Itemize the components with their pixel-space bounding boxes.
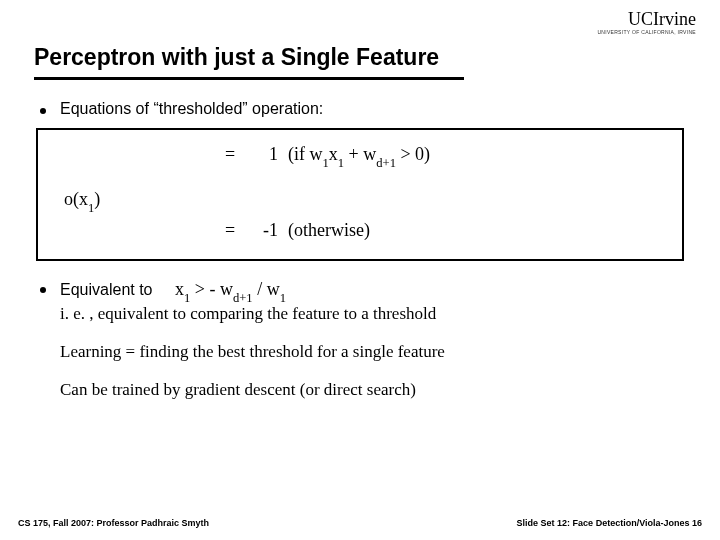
page-title: Perceptron with just a Single Feature bbox=[34, 44, 686, 71]
inequality: x1 > - wd+1 / w1 bbox=[175, 279, 286, 299]
equation-row-1: = 1 (if w1x1 + wd+1 > 0) bbox=[46, 144, 674, 165]
ineq-gt: > - bbox=[190, 279, 220, 299]
ineq-sub2: d+1 bbox=[233, 291, 253, 305]
cond1-sub3: d+1 bbox=[376, 156, 396, 170]
slide: UCIrvine UNIVERSITY OF CALIFORNIA, IRVIN… bbox=[0, 0, 720, 540]
cond1-prefix: (if w bbox=[288, 144, 323, 164]
bullet-equivalent: Equivalent to x1 > - wd+1 / w1 bbox=[40, 279, 686, 300]
cond1-x: x bbox=[329, 144, 338, 164]
logo-sub: UNIVERSITY OF CALIFORNIA, IRVINE bbox=[597, 30, 696, 35]
logo: UCIrvine UNIVERSITY OF CALIFORNIA, IRVIN… bbox=[597, 10, 696, 35]
ineq-x: x bbox=[175, 279, 184, 299]
line-ie: i. e. , equivalent to comparing the feat… bbox=[60, 304, 686, 324]
ineq-div: / w bbox=[253, 279, 280, 299]
equation-box: = 1 (if w1x1 + wd+1 > 0) o(x1) = -1 (oth… bbox=[36, 128, 684, 261]
equation-condition-2: (otherwise) bbox=[288, 220, 674, 241]
equation-value-1: 1 bbox=[244, 144, 288, 165]
cond1-suffix: > 0) bbox=[396, 144, 430, 164]
ineq-sub3: 1 bbox=[280, 291, 286, 305]
equivalent-label: Equivalent to bbox=[60, 281, 153, 298]
title-underline bbox=[34, 77, 464, 80]
line-learning: Learning = finding the best threshold fo… bbox=[60, 342, 686, 362]
footer-left: CS 175, Fall 2007: Professor Padhraic Sm… bbox=[18, 518, 209, 528]
ineq-w: w bbox=[220, 279, 233, 299]
equation-condition-1: (if w1x1 + wd+1 > 0) bbox=[288, 144, 674, 165]
line-training: Can be trained by gradient descent (or d… bbox=[60, 380, 686, 400]
cond1-sub1: 1 bbox=[323, 156, 329, 170]
bullet-icon bbox=[40, 287, 46, 293]
bullet-equations-text: Equations of “thresholded” operation: bbox=[60, 100, 323, 118]
footer: CS 175, Fall 2007: Professor Padhraic Sm… bbox=[18, 518, 702, 528]
fn-sub: 1 bbox=[88, 201, 94, 215]
bullet-icon bbox=[40, 108, 46, 114]
equation-function-label: o(x1) bbox=[46, 189, 216, 210]
equation-value-2: -1 bbox=[244, 220, 288, 241]
cond1-sub2: 1 bbox=[338, 156, 344, 170]
fn-close: ) bbox=[94, 189, 100, 209]
bullet-equivalent-content: Equivalent to x1 > - wd+1 / w1 bbox=[60, 279, 286, 300]
cond1-w: w bbox=[363, 144, 376, 164]
equation-row-3: = -1 (otherwise) bbox=[46, 220, 674, 241]
ineq-sub1: 1 bbox=[184, 291, 190, 305]
bullet-equations: Equations of “thresholded” operation: bbox=[40, 100, 686, 118]
equation-row-2: o(x1) bbox=[46, 189, 674, 210]
footer-right: Slide Set 12: Face Detection/Viola-Jones… bbox=[517, 518, 702, 528]
cond1-plus: + bbox=[344, 144, 363, 164]
equals-sign: = bbox=[216, 144, 244, 165]
equals-sign-2: = bbox=[216, 220, 244, 241]
logo-main: UCIrvine bbox=[597, 10, 696, 28]
fn-o: o(x bbox=[64, 189, 88, 209]
